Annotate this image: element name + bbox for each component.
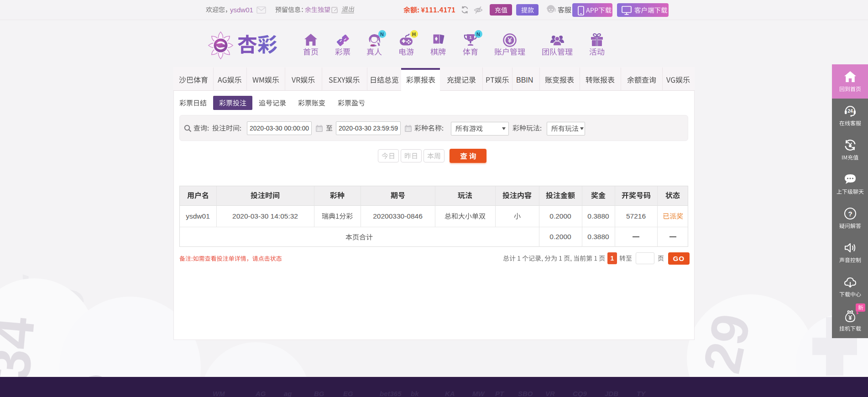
svg-text:?: ? xyxy=(848,210,852,218)
svg-text:29: 29 xyxy=(692,309,761,378)
svg-text:1: 1 xyxy=(469,35,471,40)
svg-text:24: 24 xyxy=(847,109,853,114)
svg-text:34: 34 xyxy=(0,314,46,383)
